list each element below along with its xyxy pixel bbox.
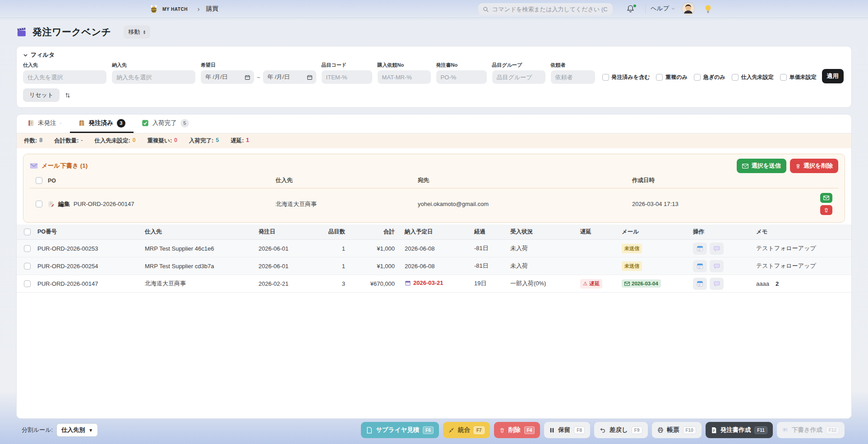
filter-toggle[interactable]: フィルタ	[23, 51, 845, 59]
help-menu[interactable]: ヘルプ	[651, 5, 675, 13]
stat-duplicates: 重複疑い:0	[148, 137, 177, 145]
split-rule-select[interactable]: 仕入先別 ▼	[56, 423, 98, 437]
total-amount: ¥1,000	[348, 263, 397, 270]
checkbox-duplicates-only[interactable]: 重複のみ	[656, 73, 688, 81]
row-checkbox[interactable]	[24, 245, 31, 252]
tab-ordered[interactable]: 発注済み 3	[70, 114, 134, 133]
date-to-input[interactable]: 年 /月/日	[263, 70, 316, 84]
create-po-button[interactable]: 発注書作成 F11	[706, 422, 773, 438]
checkbox-urgent-only[interactable]: 急ぎのみ	[694, 73, 725, 81]
document-icon	[366, 427, 372, 434]
schedule-button[interactable]	[693, 278, 707, 290]
mail-draft-row[interactable]: 編集 PUR-ORD-2026-00147 北海道大豆商事 yohei.okam…	[30, 188, 838, 219]
mail-status-badge: 未送信	[622, 261, 642, 271]
calendar-icon	[245, 74, 250, 80]
delete-draft-button[interactable]	[820, 205, 832, 215]
summary-stats: 件数:8 合計数量:- 仕入先未設定:0 重複疑い:0 入荷完了:5 遅延:1	[17, 133, 851, 148]
comment-button[interactable]	[710, 278, 724, 290]
user-avatar[interactable]	[682, 3, 694, 15]
check-icon	[142, 119, 149, 127]
page-title-row: 発注ワークベンチ 移動 ▲▼	[0, 18, 868, 44]
mail-drafts-panel: メール下書き (1) 選択を送信 選択を削除 PO 仕入先 宛先 作成日時	[23, 154, 845, 223]
reset-button[interactable]: リセット	[23, 88, 60, 102]
updown-icon: ▲▼	[143, 30, 146, 34]
request-no-input[interactable]	[378, 70, 431, 84]
logo[interactable]: MY HATCH › 購買	[149, 0, 218, 18]
col-order-date: 発注日	[259, 228, 325, 236]
breadcrumb[interactable]: 購買	[206, 5, 218, 13]
row-checkbox[interactable]	[24, 263, 31, 270]
row-checkbox[interactable]	[24, 280, 31, 287]
order-row[interactable]: PUR-ORD-2026-00147 北海道大豆商事 2026-02-21 3 …	[17, 275, 851, 293]
delivery-input[interactable]	[112, 70, 195, 84]
schedule-button[interactable]	[693, 243, 707, 255]
schedule-button[interactable]	[693, 260, 707, 272]
edit-label[interactable]: 編集	[58, 200, 70, 208]
mail-drafts-title: メール下書き (1)	[42, 162, 88, 170]
item-count: 1	[325, 245, 348, 252]
order-row[interactable]: PUR-ORD-2026-00253 MRP Test Supplier 46c…	[17, 240, 851, 257]
mail-row-supplier: 北海道大豆商事	[276, 200, 418, 208]
search-input[interactable]	[492, 6, 608, 13]
tab-not-ordered[interactable]: 未発注 -	[19, 114, 70, 133]
po-no-input[interactable]	[436, 70, 487, 84]
stat-count: 件数:8	[24, 137, 42, 145]
date-from-input[interactable]: 年 /月/日	[201, 70, 254, 84]
chat-icon	[782, 427, 788, 433]
ledger-icon	[28, 119, 34, 127]
logo-text: MY HATCH	[162, 7, 188, 12]
delete-selected-button[interactable]: 選択を削除	[790, 159, 838, 173]
total-amount: ¥670,000	[348, 280, 397, 287]
move-dropdown[interactable]: 移動 ▲▼	[124, 25, 150, 39]
pause-icon	[549, 427, 554, 433]
po-number: PUR-ORD-2026-00254	[37, 263, 145, 270]
tab-received[interactable]: 入荷完了 5	[134, 114, 197, 133]
row-checkbox[interactable]	[36, 201, 42, 207]
hold-button[interactable]: 保留 F8	[544, 422, 590, 438]
supplier-quote-button[interactable]: サプライヤ見積 F6	[361, 422, 439, 438]
delete-button[interactable]: 削除 F4	[494, 422, 540, 438]
document-icon	[711, 427, 717, 434]
merge-button[interactable]: 統合 F7	[443, 422, 490, 438]
select-all-checkbox[interactable]	[24, 229, 31, 235]
select-all-checkbox[interactable]	[36, 177, 42, 184]
supplier-input[interactable]	[23, 70, 106, 84]
checkbox-include-ordered[interactable]: 発注済みを含む	[602, 73, 650, 81]
table-empty-area	[17, 293, 851, 418]
delivery-label: 納入先	[112, 62, 195, 69]
mail-row-po: PUR-ORD-2026-00147	[74, 201, 134, 207]
tab-label: 発注済み	[89, 119, 113, 127]
stat-no-supplier: 仕入先未設定:0	[94, 137, 135, 145]
receipt-status: 未入荷	[510, 262, 580, 270]
send-selected-button[interactable]: 選択を送信	[737, 159, 786, 173]
item-group-input[interactable]	[492, 70, 545, 84]
tab-count-badge: 3	[117, 119, 125, 128]
apply-button[interactable]: 適用	[822, 69, 844, 83]
filter-reset-row: リセット	[23, 88, 845, 102]
lightbulb-icon[interactable]	[705, 5, 711, 14]
requester-input[interactable]	[551, 70, 595, 84]
mail-table-header: PO 仕入先 宛先 作成日時	[30, 173, 838, 188]
checkbox-no-supplier[interactable]: 仕入先未設定	[732, 73, 774, 81]
help-label: ヘルプ	[651, 5, 669, 13]
col-recipient: 宛先	[418, 177, 632, 184]
workbench-icon	[16, 27, 27, 37]
report-button[interactable]: 帳票 F10	[652, 422, 702, 438]
tab-label: 未発注	[38, 119, 56, 127]
notifications-bell-icon[interactable]	[626, 5, 636, 14]
command-search[interactable]	[478, 3, 613, 15]
checkbox-no-unit-price[interactable]: 単価未設定	[780, 73, 817, 81]
elapsed-days: -81日	[474, 262, 510, 270]
filter-item-code: 品目コード	[322, 62, 372, 84]
comment-button[interactable]	[710, 260, 724, 272]
trash-icon	[795, 163, 801, 169]
total-amount: ¥1,000	[348, 245, 397, 252]
item-code-input[interactable]	[322, 70, 372, 84]
order-row[interactable]: PUR-ORD-2026-00254 MRP Test Supplier cd3…	[17, 257, 851, 275]
app-header: MY HATCH › 購買 ヘルプ	[0, 0, 868, 18]
status-tabs: 未発注 - 発注済み 3 入荷完了 5	[17, 114, 851, 133]
sort-updown-icon[interactable]	[65, 92, 70, 99]
comment-button[interactable]	[710, 243, 724, 255]
send-draft-button[interactable]	[820, 193, 832, 203]
return-button[interactable]: 差戻し F9	[594, 422, 648, 438]
